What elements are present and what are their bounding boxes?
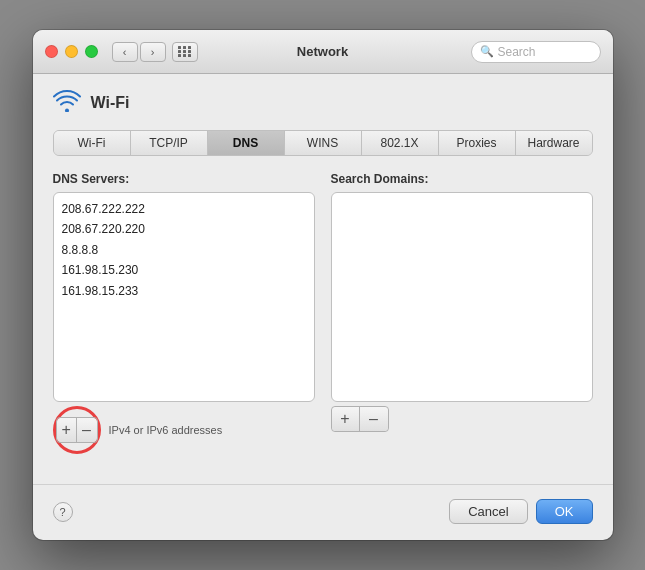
action-buttons: Cancel OK (449, 499, 592, 524)
minimize-button[interactable] (65, 45, 78, 58)
grid-button[interactable] (172, 42, 198, 62)
dns-entry-0: 208.67.222.222 (62, 199, 306, 219)
dns-entry-3: 161.98.15.230 (62, 260, 306, 280)
tab-dns[interactable]: DNS (208, 131, 285, 155)
sd-remove-button[interactable]: – (360, 407, 388, 431)
circle-highlight: + – (53, 406, 101, 454)
dns-hint: IPv4 or IPv6 addresses (109, 424, 223, 436)
cancel-button[interactable]: Cancel (449, 499, 527, 524)
network-window: ‹ › Network 🔍 Search (33, 30, 613, 540)
main-content: Wi-Fi Wi-Fi TCP/IP DNS WINS 802.1X Proxi… (33, 74, 613, 474)
bottom-bar: ? Cancel OK (33, 484, 613, 540)
sd-ctrl-group: + – (331, 406, 389, 432)
dns-controls: + – IPv4 or IPv6 addresses (53, 406, 315, 454)
dns-servers-section: DNS Servers: 208.67.222.222 208.67.220.2… (53, 172, 315, 454)
dns-remove-button[interactable]: – (77, 418, 97, 442)
back-button[interactable]: ‹ (112, 42, 138, 62)
dns-ctrl-group: + – (56, 417, 98, 443)
dns-entry-2: 8.8.8.8 (62, 240, 306, 260)
wifi-header: Wi-Fi (53, 90, 593, 116)
wifi-label: Wi-Fi (91, 94, 130, 112)
search-icon: 🔍 (480, 45, 494, 58)
dns-entry-4: 161.98.15.233 (62, 281, 306, 301)
search-placeholder: Search (498, 45, 536, 59)
search-box[interactable]: 🔍 Search (471, 41, 601, 63)
dns-panels: DNS Servers: 208.67.222.222 208.67.220.2… (53, 172, 593, 454)
titlebar: ‹ › Network 🔍 Search (33, 30, 613, 74)
wifi-icon (53, 90, 81, 116)
search-domains-label: Search Domains: (331, 172, 593, 186)
grid-icon (178, 46, 192, 57)
tab-8021x[interactable]: 802.1X (362, 131, 439, 155)
maximize-button[interactable] (85, 45, 98, 58)
search-domains-section: Search Domains: + – (331, 172, 593, 454)
ok-button[interactable]: OK (536, 499, 593, 524)
search-domains-list[interactable] (331, 192, 593, 402)
tab-hardware[interactable]: Hardware (516, 131, 592, 155)
help-button[interactable]: ? (53, 502, 73, 522)
close-button[interactable] (45, 45, 58, 58)
dns-servers-label: DNS Servers: (53, 172, 315, 186)
dns-entry-1: 208.67.220.220 (62, 219, 306, 239)
window-title: Network (297, 44, 348, 59)
tab-wins[interactable]: WINS (285, 131, 362, 155)
nav-buttons: ‹ › (112, 42, 166, 62)
tab-tcpip[interactable]: TCP/IP (131, 131, 208, 155)
dns-add-button[interactable]: + (57, 418, 77, 442)
tabs-bar: Wi-Fi TCP/IP DNS WINS 802.1X Proxies Har… (53, 130, 593, 156)
search-domains-controls: + – (331, 406, 593, 432)
tab-proxies[interactable]: Proxies (439, 131, 516, 155)
forward-button[interactable]: › (140, 42, 166, 62)
traffic-lights (45, 45, 98, 58)
tab-wifi[interactable]: Wi-Fi (54, 131, 131, 155)
dns-servers-list[interactable]: 208.67.222.222 208.67.220.220 8.8.8.8 16… (53, 192, 315, 402)
sd-add-button[interactable]: + (332, 407, 360, 431)
